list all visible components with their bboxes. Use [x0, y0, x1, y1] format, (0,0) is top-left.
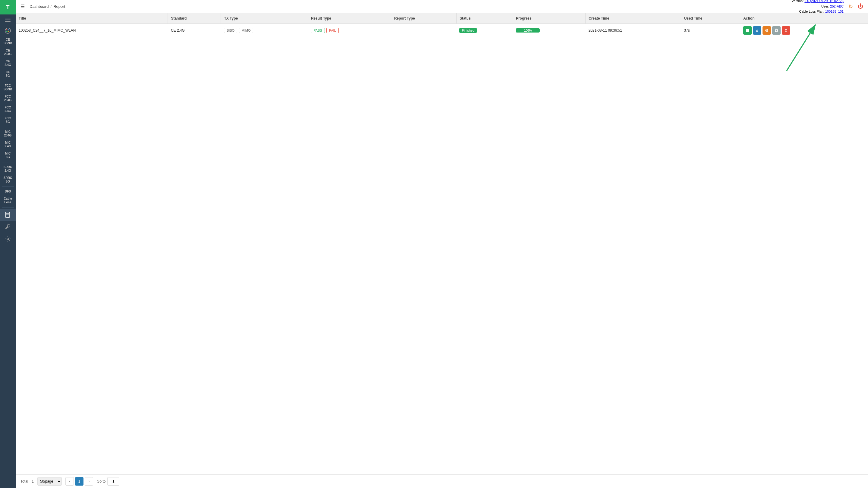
progress-bar: 100%	[516, 28, 540, 33]
svg-rect-0	[5, 18, 10, 19]
table-body: 100258_C24__7_16_MIMO_WLAN CE 2.4G SISO …	[16, 24, 868, 37]
sidebar-item-mic-24g[interactable]: MIC2.4G	[0, 139, 16, 150]
refresh-icon[interactable]: ↻	[848, 3, 853, 10]
badge-siso: SISO	[224, 28, 237, 33]
sidebar-item-fcc-5gnr[interactable]: FCC5GNR	[0, 82, 16, 93]
sidebar-item-ce-5g[interactable]: CE5G	[0, 69, 16, 79]
sidebar-item-settings[interactable]	[0, 233, 16, 245]
breadcrumb-separator: /	[51, 4, 52, 9]
action-delete-button[interactable]	[782, 26, 790, 35]
sidebar-item-mic-234g[interactable]: MIC234G	[0, 128, 16, 139]
svg-rect-14	[746, 29, 749, 32]
report-table: Title Standard TX Type Result Type Repor…	[16, 13, 868, 37]
row-create-time: 2021-08-11 09:36:51	[585, 24, 681, 37]
row-progress: 100%	[513, 24, 585, 37]
content-area: Title Standard TX Type Result Type Repor…	[16, 13, 868, 475]
page-1-button[interactable]: 1	[75, 477, 84, 486]
action-view-button[interactable]	[743, 26, 752, 35]
action-download-button[interactable]	[753, 26, 761, 35]
row-title[interactable]: 100258_C24__7_16_MIMO_WLAN	[16, 24, 168, 37]
svg-point-5	[8, 29, 9, 30]
col-report-type: Report Type	[391, 13, 456, 24]
row-actions	[740, 24, 868, 37]
col-standard: Standard	[168, 13, 221, 24]
sidebar-item-fcc-234g[interactable]: FCC234G	[0, 93, 16, 104]
user-info: User: 252-ABC	[792, 4, 844, 9]
svg-rect-2	[5, 22, 10, 22]
header: ☰ Dashboard / Report Version: 2.0 (2021.…	[16, 0, 868, 13]
col-status: Status	[456, 13, 513, 24]
breadcrumb-home[interactable]: Dashboard	[30, 4, 49, 9]
sidebar-item-srrc-24g[interactable]: SRRC2.4G	[0, 164, 16, 174]
table-header: Title Standard TX Type Result Type Repor…	[16, 13, 868, 24]
sidebar-item-ce-5gnr[interactable]: CE5GNR	[0, 36, 16, 47]
sidebar-item-srrc-5g[interactable]: SRRC5G	[0, 174, 16, 185]
header-left: ☰ Dashboard / Report	[21, 4, 65, 9]
svg-point-6	[6, 31, 7, 32]
svg-rect-1	[5, 20, 10, 20]
action-refresh-button[interactable]	[763, 26, 771, 35]
user-link[interactable]: 252-ABC	[830, 4, 844, 8]
badge-mimo: MIMO	[239, 28, 253, 33]
svg-point-3	[5, 28, 10, 33]
hamburger-icon[interactable]: ☰	[21, 4, 25, 9]
badge-pass: PASS	[311, 28, 325, 33]
per-page-select[interactable]: 50/page 10/page 20/page 100/page	[37, 477, 62, 486]
svg-point-7	[8, 31, 9, 32]
row-report-type	[391, 24, 456, 37]
footer: Total 1 50/page 10/page 20/page 100/page…	[16, 475, 868, 488]
sidebar-item-mic-5g[interactable]: MIC5G	[0, 150, 16, 161]
status-badge: Finished	[459, 28, 477, 33]
breadcrumb: Dashboard / Report	[30, 4, 65, 9]
breadcrumb-current: Report	[53, 4, 65, 9]
svg-point-4	[6, 29, 7, 30]
svg-point-13	[7, 238, 9, 240]
badge-fail: FAIL	[327, 28, 339, 33]
version-info: Version: 2.0 (2021.09.29_16.02.58)	[792, 0, 844, 4]
col-result-type: Result Type	[308, 13, 391, 24]
col-used-time: Used Time	[681, 13, 740, 24]
pagination: ‹ 1 ›	[65, 477, 93, 486]
main-content: ☰ Dashboard / Report Version: 2.0 (2021.…	[16, 0, 868, 488]
table-row: 100258_C24__7_16_MIMO_WLAN CE 2.4G SISO …	[16, 24, 868, 37]
col-title: Title	[16, 13, 168, 24]
goto-label: Go to	[97, 479, 105, 484]
action-copy-button[interactable]	[772, 26, 781, 35]
power-icon[interactable]: ⏻	[858, 3, 863, 10]
total-count: 1	[32, 479, 34, 484]
hamburger-menu[interactable]	[0, 14, 16, 25]
sidebar-item-fcc-5g[interactable]: FCC5G	[0, 115, 16, 126]
col-action: Action	[740, 13, 868, 24]
goto-input[interactable]	[107, 477, 119, 486]
col-create-time: Create Time	[585, 13, 681, 24]
row-tx-type: SISO MIMO	[221, 24, 308, 37]
action-buttons	[743, 26, 865, 35]
next-page-button[interactable]: ›	[85, 477, 93, 486]
cable-loss-link[interactable]: 100168_101	[825, 10, 844, 13]
row-standard: CE 2.4G	[168, 24, 221, 37]
header-right: Version: 2.0 (2021.09.29_16.02.58) User:…	[792, 0, 863, 14]
col-tx-type: TX Type	[221, 13, 308, 24]
palette-icon[interactable]	[0, 25, 16, 36]
progress-label: 100%	[516, 28, 540, 33]
row-used-time: 37s	[681, 24, 740, 37]
total-label: Total	[21, 479, 28, 484]
svg-text:DOC: DOC	[6, 217, 10, 218]
row-result-type: PASS FAIL	[308, 24, 391, 37]
sidebar-item-ce-234g[interactable]: CE234G	[0, 47, 16, 58]
sidebar-item-ce-24g[interactable]: CE2.4G	[0, 58, 16, 69]
col-progress: Progress	[513, 13, 585, 24]
prev-page-button[interactable]: ‹	[65, 477, 74, 486]
version-link[interactable]: 2.0 (2021.09.29_16.02.58)	[804, 0, 844, 3]
sidebar-item-fcc-24g[interactable]: FCC2.4G	[0, 104, 16, 115]
header-info: Version: 2.0 (2021.09.29_16.02.58) User:…	[792, 0, 844, 14]
sidebar-item-tools[interactable]	[0, 221, 16, 233]
sidebar-item-dfs[interactable]: DFS	[0, 188, 16, 195]
sidebar-item-doc[interactable]: DOC	[0, 209, 16, 221]
sidebar-item-cable-loss[interactable]: CableLoss	[0, 195, 16, 206]
app-logo: T	[0, 0, 16, 14]
row-status: Finished	[456, 24, 513, 37]
sidebar: T CE5GNR CE234G CE2.4G CE5G FCC5GNR FCC2…	[0, 0, 16, 488]
goto-section: Go to	[97, 477, 119, 486]
